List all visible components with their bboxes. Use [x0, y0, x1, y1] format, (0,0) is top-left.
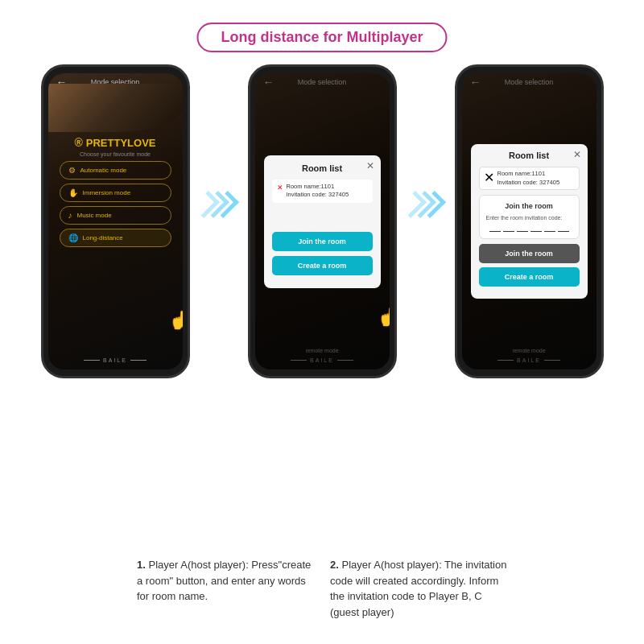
- mode-automatic[interactable]: ⚙ Automatic mode: [60, 161, 171, 180]
- phone-2: ← Mode selection Room list ✕ ✕ Room name…: [248, 64, 397, 378]
- longdistance-icon: 🌐: [68, 233, 78, 242]
- instruction-1: 1. Player A(host player): Press"create a…: [137, 557, 314, 620]
- arrow-chevrons-2: [411, 193, 440, 216]
- instructions-row: 1. Player A(host player): Press"create a…: [0, 557, 644, 620]
- mode-longdistance-label: Long-distance: [83, 234, 123, 242]
- phones-row: ← Mode selection ® PRETTYLOVE Choose you…: [0, 64, 644, 378]
- room-name-3: Room name:1101: [497, 170, 560, 179]
- modal-overlay-3: Room list ✕ ✕ Room name:1101 Invitation …: [462, 73, 597, 369]
- mode-longdistance[interactable]: 🌐 Long-distance: [60, 229, 171, 247]
- room-x-icon-3: ✕: [484, 170, 494, 185]
- automatic-icon: ⚙: [68, 166, 76, 175]
- modal-close-3[interactable]: ✕: [573, 149, 581, 160]
- join-dash-1: [489, 224, 501, 232]
- hand-pointer-2: 👆: [378, 307, 390, 328]
- phone-1: ← Mode selection ® PRETTYLOVE Choose you…: [41, 64, 190, 378]
- join-label: Enter the room invitation code:: [486, 215, 572, 221]
- room-item-2: ✕ Room name:1101 Invitation code: 327405: [272, 180, 373, 203]
- modal-spacer-2: [272, 208, 373, 232]
- mode-music[interactable]: ♪ Music mode: [60, 206, 171, 225]
- immersion-icon: ✋: [68, 188, 78, 197]
- join-room-btn-2[interactable]: Join the room: [272, 232, 373, 251]
- modal-title-3: Room list: [479, 151, 580, 160]
- instruction-2: 2. Player A(host player): The invitation…: [330, 557, 507, 620]
- room-item-3: ✕ Room name:1101 Invitation code: 327405: [479, 167, 580, 190]
- modal-box-3: Room list ✕ ✕ Room name:1101 Invitation …: [471, 144, 588, 299]
- modal-close-2[interactable]: ✕: [366, 160, 374, 171]
- join-dash-4: [530, 224, 542, 232]
- instruction-1-text: 1. Player A(host player): Press"create a…: [137, 557, 314, 605]
- title-text: Long distance for Multiplayer: [221, 29, 423, 45]
- logo-text: PRETTYLOVE: [86, 137, 156, 149]
- join-dash-3: [517, 224, 528, 232]
- instruction-1-body: Player A(host player): Press"create a ro…: [137, 559, 311, 602]
- phone-1-modes: ⚙ Automatic mode ✋ Immersion mode ♪ Musi…: [48, 161, 183, 247]
- mode-immersion[interactable]: ✋ Immersion mode: [60, 184, 171, 202]
- bottom-line-right: [130, 360, 147, 361]
- join-section: Join the room Enter the room invitation …: [479, 195, 580, 239]
- instruction-1-number: 1.: [137, 559, 148, 571]
- phone-3-screen: ← Mode selection Room list ✕ ✕ Room name…: [462, 73, 597, 369]
- title-banner: Long distance for Multiplayer: [196, 23, 447, 52]
- phone-2-screen: ← Mode selection Room list ✕ ✕ Room name…: [255, 73, 390, 369]
- mode-music-label: Music mode: [77, 212, 112, 219]
- invitation-code-2: Invitation code: 327405: [287, 191, 349, 200]
- music-icon: ♪: [68, 211, 72, 220]
- logo-icon: ®: [74, 136, 82, 149]
- phone-1-bg: ← Mode selection ® PRETTYLOVE Choose you…: [48, 73, 183, 369]
- modal-title-2: Room list: [272, 163, 373, 173]
- bottom-line-left: [84, 360, 100, 361]
- room-x-icon-2: ✕: [277, 184, 283, 192]
- invitation-code-3: Invitation code: 327405: [497, 179, 560, 188]
- phone-1-screen: ← Mode selection ® PRETTYLOVE Choose you…: [48, 73, 183, 369]
- hand-pointer-1: 👆: [169, 310, 183, 331]
- instruction-2-body: Player A(host player): The invitation co…: [330, 559, 506, 618]
- arrow-chevrons-1: [204, 193, 233, 216]
- arrow-1: [204, 193, 233, 216]
- join-section-title: Join the room: [486, 202, 572, 210]
- mode-immersion-label: Immersion mode: [83, 189, 131, 196]
- modal-box-2: Room list ✕ ✕ Room name:1101 Invitation …: [264, 155, 381, 288]
- create-room-btn-3[interactable]: Create a room: [479, 267, 580, 287]
- room-name-2: Room name:1101: [287, 183, 349, 192]
- phone-1-wave: [48, 84, 183, 132]
- join-room-btn-3[interactable]: Join the room: [479, 244, 580, 263]
- room-item-text-2: Room name:1101 Invitation code: 327405: [287, 183, 349, 200]
- phone-1-subtitle: Choose your favourite mode: [48, 151, 183, 157]
- mode-automatic-label: Automatic mode: [80, 167, 127, 174]
- phone-2-bg: ← Mode selection Room list ✕ ✕ Room name…: [255, 73, 390, 369]
- phone-3-bg: ← Mode selection Room list ✕ ✕ Room name…: [462, 73, 597, 369]
- modal-overlay-2: Room list ✕ ✕ Room name:1101 Invitation …: [255, 73, 390, 369]
- create-room-btn-2[interactable]: Create a room: [272, 256, 373, 275]
- join-input-line: [486, 224, 572, 232]
- arrow-2: [411, 193, 440, 216]
- join-dash-2: [503, 224, 514, 232]
- phone-1-logo: ® PRETTYLOVE: [48, 136, 183, 149]
- phone-3: ← Mode selection Room list ✕ ✕ Room name…: [455, 64, 604, 378]
- room-item-text-3: Room name:1101 Invitation code: 327405: [497, 170, 560, 187]
- instruction-2-number: 2.: [330, 559, 341, 571]
- join-dash-6: [558, 224, 569, 232]
- instruction-2-text: 2. Player A(host player): The invitation…: [330, 557, 507, 620]
- join-dash-5: [544, 224, 555, 232]
- baile-label: BAILE: [103, 357, 127, 363]
- phone-1-bottom: BAILE: [48, 357, 183, 363]
